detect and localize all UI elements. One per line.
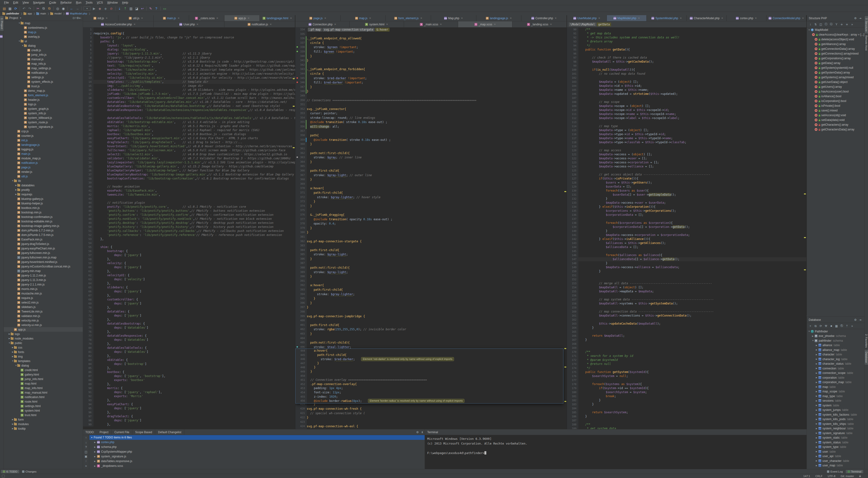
code-line[interactable]: 393 path:first-child{	[296, 288, 567, 292]
tree-item[interactable]: JSEasePack.min.js	[4, 237, 83, 242]
code-line[interactable]: 37 blueImpGalleryBootstrap: 'lib/bootstr…	[83, 172, 295, 177]
database-item[interactable]: ▶alliance_map: table	[807, 348, 864, 352]
tree-item[interactable]: 5route.html	[4, 399, 83, 404]
structure-item[interactable]: mhasAccess(user):bool	[807, 89, 864, 94]
close-icon[interactable]: ✕	[369, 17, 371, 20]
structure-tool-icon[interactable]: Y	[834, 23, 839, 26]
code-line[interactable]: 338 stroke: $green !important;	[296, 45, 567, 50]
menu-view[interactable]: View	[21, 1, 31, 4]
menu-vcs[interactable]: VCS	[95, 1, 105, 4]
structure-item[interactable]: misPrivate():bool	[807, 103, 864, 108]
tree-item[interactable]: JSmustache.min.js	[4, 291, 83, 296]
code-line[interactable]: 92 * -> this includes system and connect…	[567, 36, 806, 40]
code-line[interactable]: 187	[567, 418, 806, 422]
editor-tab[interactable]: JSlandingpage.js✕	[476, 15, 522, 21]
code-line[interactable]: 20 datatablesBootstrap: 'lib/datatables/…	[83, 104, 295, 108]
todo-file-row[interactable]: ▶JSsystem_signature.js	[89, 454, 425, 459]
tree-item[interactable]: JSbootstrap-confirmation.js	[4, 215, 83, 219]
code-line[interactable]: 157 // map system data -----------------…	[567, 297, 806, 301]
database-item[interactable]: ▶map_scope: table	[807, 389, 864, 394]
code-line[interactable]: 387	[296, 261, 567, 265]
tree-item[interactable]: ▶datatables	[4, 183, 83, 188]
code-line[interactable]: 342	[296, 63, 567, 67]
code-line[interactable]: 107	[567, 96, 806, 100]
todo-side-icon[interactable]: ▣	[84, 455, 89, 459]
code-line[interactable]: 335	[296, 32, 567, 36]
code-line[interactable]: 85 },	[83, 366, 295, 370]
code-line[interactable]: 148 }	[567, 261, 806, 265]
toolwindow-button-project[interactable]: 1: Project	[0, 16, 4, 31]
code-line[interactable]: 47 'pnotify.confirm': 'lib/pnotify/pnoti…	[83, 213, 295, 217]
tree-item[interactable]: JSbootbox.min.js	[4, 205, 83, 210]
status-field[interactable]: 147:1	[803, 475, 810, 478]
code-line[interactable]: 77 datatablesResponsive: {	[83, 334, 295, 338]
code-line[interactable]: 64 },	[83, 281, 295, 285]
structure-item[interactable]: mclearAccess([clearKeys : array = [...]]…	[807, 32, 864, 37]
database-item[interactable]: ▶user_map: table	[807, 463, 864, 468]
code-line[interactable]: 396 }	[296, 301, 567, 306]
tree-item[interactable]: JSblueimp-helper.js	[4, 201, 83, 205]
breadcrumb-item[interactable]: model❯	[50, 12, 65, 15]
editor-tab[interactable]: phpCharacterModel.php✕	[687, 15, 726, 21]
code-line[interactable]: 174 */	[567, 366, 806, 370]
editor-tab[interactable]: JSform_element.js✕	[386, 15, 431, 21]
editor-tab[interactable]: 5landingpage.html✕	[260, 15, 295, 21]
tree-item[interactable]: JSvalidator.min.js	[4, 314, 83, 318]
code-line[interactable]: 163 $this->updateCacheData($mapDataAll);	[567, 322, 806, 326]
code-line[interactable]: 183 }	[567, 402, 806, 406]
code-line[interactable]: 93 * @return array	[567, 40, 806, 44]
breadcrumb-item[interactable]: main❯	[36, 12, 49, 15]
code-line[interactable]: 176 $searchSystem = null;	[567, 374, 806, 378]
tree-item[interactable]: JSmap_info.js	[4, 61, 83, 66]
tree-item[interactable]: JSvelocity.ui.min.js	[4, 323, 83, 327]
code-line[interactable]: 351	[296, 102, 567, 107]
code-line[interactable]: 355 @include transition( stroke 0.18s ea…	[296, 120, 567, 125]
code-line[interactable]: 88 exports: 'bootbox'	[83, 378, 295, 382]
database-item[interactable]: ▶user_character: table	[807, 458, 864, 463]
tree-item[interactable]: JSbootstrap.min.js	[4, 210, 83, 215]
tree-item[interactable]: JSjquery-2.1.1.min.js	[4, 282, 83, 287]
close-icon[interactable]: ✕	[141, 17, 143, 20]
todo-tab-current-file[interactable]: Current File	[112, 429, 132, 435]
tree-item[interactable]: ▼lib	[4, 179, 83, 183]
code-line[interactable]: 184	[567, 406, 806, 410]
code-line[interactable]: 116 $mapData->type->id = $this->typeId->…	[567, 132, 806, 136]
code-line[interactable]: 404	[296, 336, 567, 341]
settings-icon[interactable]: ✎	[148, 6, 153, 11]
code-line[interactable]: 178 foreach($systems as $system){	[567, 382, 806, 386]
database-item[interactable]: ▶corporation_map: table	[807, 380, 864, 385]
code-line[interactable]: 16 slidebars: 'lib/slidebars', // v0.10 …	[83, 88, 295, 92]
database-item[interactable]: ▶character: table	[807, 352, 864, 357]
tree-item[interactable]: 5system.html	[4, 408, 83, 413]
todo-side-icon[interactable]: ?	[84, 446, 89, 450]
tree-item[interactable]: JScontextmenu.js	[4, 25, 83, 30]
code-editor[interactable]: 12requirejs.config({3 baseUrl: 'js', // …	[83, 28, 295, 429]
close-icon[interactable]: ✕	[555, 17, 557, 20]
code-line[interactable]: 358 path{	[296, 133, 567, 138]
database-item[interactable]: ▶character_status: table	[807, 361, 864, 366]
coverage-icon[interactable]: ◈	[103, 6, 108, 11]
code-line[interactable]: 40 // header animation	[83, 185, 295, 189]
editor-tab[interactable]: JSutil.js✕	[118, 15, 154, 21]
tree-item[interactable]: JSnotification.js	[4, 161, 83, 165]
close-icon[interactable]: ✕	[494, 23, 496, 26]
structure-item[interactable]: mgetConnections():array|mixed	[807, 51, 864, 56]
toolwindow-button-terminal[interactable]: Terminal	[846, 470, 863, 473]
code-line[interactable]: 1	[83, 28, 295, 32]
code-line[interactable]: 376 &._jsPlumb_dragging{	[296, 213, 567, 217]
code-line[interactable]: 7 jquery: 'lib/jquery-1.11.3.min', // v1…	[83, 52, 295, 56]
tree-item[interactable]: JSsystem_effects.js	[4, 79, 83, 84]
code-line[interactable]: 385 stroke: $gray-light;	[296, 252, 567, 257]
editor-tab[interactable]: S_map.scss✕	[458, 21, 513, 27]
patch-icon[interactable]: ◪	[134, 6, 140, 11]
code-line[interactable]: 162	[567, 318, 806, 322]
code-line[interactable]: 344 circle {	[296, 72, 567, 76]
code-line[interactable]: 110 $mapData->scope->id = $this->scopeId…	[567, 108, 806, 112]
code-line[interactable]: 91 deps: ['jquery', 'raphael'],	[83, 390, 295, 394]
close-icon[interactable]: ✕	[421, 17, 422, 20]
close-icon[interactable]: ✕	[324, 17, 326, 20]
tree-item[interactable]: JSmorris.min.js	[4, 287, 83, 291]
breadcrumb-item[interactable]: pathfinder❯	[2, 12, 23, 15]
structure-tool-icon[interactable]: ◫	[818, 23, 824, 26]
code-line[interactable]: 133 $mapData->access->user = $userData;	[567, 201, 806, 205]
